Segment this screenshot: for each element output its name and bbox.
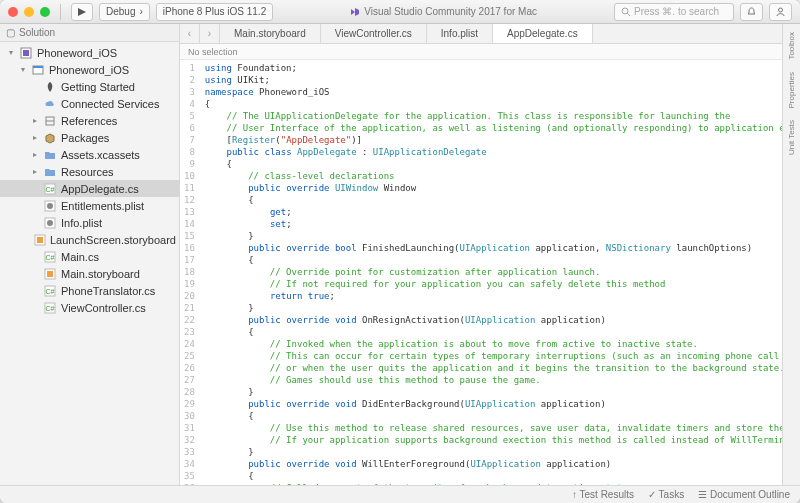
cs-icon: C#: [43, 182, 57, 196]
tree-node[interactable]: LaunchScreen.storyboard: [0, 231, 179, 248]
window-traffic-lights: [8, 7, 50, 17]
breadcrumb[interactable]: No selection: [180, 44, 782, 60]
notifications-button[interactable]: [740, 3, 763, 21]
svg-text:C#: C#: [46, 288, 55, 295]
minimize-icon[interactable]: [24, 7, 34, 17]
panel-icon: ▢: [6, 27, 15, 38]
tree-node-label: ViewController.cs: [61, 302, 146, 314]
svg-marker-0: [78, 8, 86, 16]
tree-node-label: Info.plist: [61, 217, 102, 229]
svg-point-3: [779, 8, 783, 12]
tree-node-label: Connected Services: [61, 98, 159, 110]
plist-icon: [43, 216, 57, 230]
tree-node[interactable]: Info.plist: [0, 214, 179, 231]
rocket-icon: [43, 80, 57, 94]
pad-toolbox[interactable]: Toolbox: [787, 28, 796, 64]
editor-tab[interactable]: Main.storyboard: [220, 24, 321, 43]
twisty-icon[interactable]: ▾: [6, 48, 15, 57]
search-input[interactable]: Press ⌘. to search: [614, 3, 734, 21]
tree-node[interactable]: Getting Started: [0, 78, 179, 95]
tree-node-label: Main.storyboard: [61, 268, 140, 280]
search-icon: [621, 7, 630, 16]
twisty-icon[interactable]: ▸: [30, 116, 39, 125]
svg-rect-7: [33, 66, 43, 68]
tab-nav-next[interactable]: ›: [200, 24, 220, 43]
plist-icon: [43, 199, 57, 213]
tree-node[interactable]: C#PhoneTranslator.cs: [0, 282, 179, 299]
statusbar: ↑ Test Results ✓ Tasks ☰ Document Outlin…: [0, 485, 800, 503]
run-button[interactable]: [71, 3, 93, 21]
tree-node[interactable]: ▸References: [0, 112, 179, 129]
twisty-icon[interactable]: ▸: [30, 167, 39, 176]
editor-tab[interactable]: AppDelegate.cs: [493, 24, 593, 43]
tree-node-label: Entitlements.plist: [61, 200, 144, 212]
status-document-outline[interactable]: ☰ Document Outline: [698, 489, 790, 500]
tree-node[interactable]: C#AppDelegate.cs: [0, 180, 179, 197]
tree-node-label: Phoneword_iOS: [37, 47, 117, 59]
editor-tab[interactable]: Info.plist: [427, 24, 493, 43]
twisty-icon[interactable]: ▸: [30, 150, 39, 159]
tree-node-label: Packages: [61, 132, 109, 144]
status-test-results[interactable]: ↑ Test Results: [572, 489, 634, 500]
svg-text:C#: C#: [46, 305, 55, 312]
tab-label: ViewController.cs: [335, 28, 412, 39]
tree-node[interactable]: C#Main.cs: [0, 248, 179, 265]
solution-explorer: ▢ Solution ▾Phoneword_iOS▾Phoneword_iOSG…: [0, 24, 180, 485]
svg-point-15: [47, 220, 53, 226]
tree-node-label: Main.cs: [61, 251, 99, 263]
code-lines[interactable]: using Foundation;using UIKit;namespace P…: [201, 60, 782, 485]
tree-node[interactable]: Main.storyboard: [0, 265, 179, 282]
zoom-icon[interactable]: [40, 7, 50, 17]
tree-node[interactable]: ▸Assets.xcassets: [0, 146, 179, 163]
right-pad-rail: Toolbox Properties Unit Tests: [782, 24, 800, 485]
app-title: Visual Studio Community 2017 for Mac: [279, 6, 608, 17]
tab-nav-prev[interactable]: ‹: [180, 24, 200, 43]
svg-text:C#: C#: [46, 254, 55, 261]
solution-header: ▢ Solution: [0, 24, 179, 42]
tree-node[interactable]: ▸Resources: [0, 163, 179, 180]
editor-tab[interactable]: ViewController.cs: [321, 24, 427, 43]
status-tasks[interactable]: ✓ Tasks: [648, 489, 684, 500]
svg-rect-21: [47, 271, 53, 277]
code-editor[interactable]: 1234567891011121314151617181920212223242…: [180, 60, 782, 485]
cloud-icon: [43, 97, 57, 111]
tree-node[interactable]: Entitlements.plist: [0, 197, 179, 214]
search-placeholder: Press ⌘. to search: [634, 6, 719, 17]
pkg-icon: [43, 131, 57, 145]
tab-label: Main.storyboard: [234, 28, 306, 39]
cs-icon: C#: [43, 250, 57, 264]
sb-icon: [43, 267, 57, 281]
pad-unit-tests[interactable]: Unit Tests: [787, 116, 796, 159]
twisty-icon[interactable]: ▸: [30, 133, 39, 142]
ref-icon: [43, 114, 57, 128]
chevron-right-icon: ›: [139, 6, 142, 17]
tab-label: Info.plist: [441, 28, 478, 39]
line-gutter: 1234567891011121314151617181920212223242…: [180, 60, 201, 485]
svg-rect-5: [23, 50, 29, 56]
folder-icon: [43, 148, 57, 162]
sb-icon: [34, 233, 46, 247]
svg-text:C#: C#: [46, 186, 55, 193]
tree-node[interactable]: C#ViewController.cs: [0, 299, 179, 316]
sln-icon: [19, 46, 33, 60]
config-selector[interactable]: Debug ›: [99, 3, 150, 21]
tree-node-label: PhoneTranslator.cs: [61, 285, 155, 297]
tree-node[interactable]: ▾Phoneword_iOS: [0, 61, 179, 78]
tree-node[interactable]: Connected Services: [0, 95, 179, 112]
svg-rect-17: [37, 237, 43, 243]
pad-properties[interactable]: Properties: [787, 68, 796, 112]
account-button[interactable]: [769, 3, 792, 21]
twisty-icon[interactable]: ▾: [18, 65, 27, 74]
config-label: Debug: [106, 6, 135, 17]
device-selector[interactable]: iPhone 8 Plus iOS 11.2: [156, 3, 273, 21]
close-icon[interactable]: [8, 7, 18, 17]
editor-tabbar: ‹ › Main.storyboardViewController.csInfo…: [180, 24, 782, 44]
tree-node-label: Assets.xcassets: [61, 149, 140, 161]
device-label: iPhone 8 Plus iOS 11.2: [163, 6, 266, 17]
cs-icon: C#: [43, 301, 57, 315]
tree-node-label: Phoneword_iOS: [49, 64, 129, 76]
solution-tree[interactable]: ▾Phoneword_iOS▾Phoneword_iOSGetting Star…: [0, 42, 179, 485]
tree-node-label: AppDelegate.cs: [61, 183, 139, 195]
tree-node[interactable]: ▾Phoneword_iOS: [0, 44, 179, 61]
tree-node[interactable]: ▸Packages: [0, 129, 179, 146]
